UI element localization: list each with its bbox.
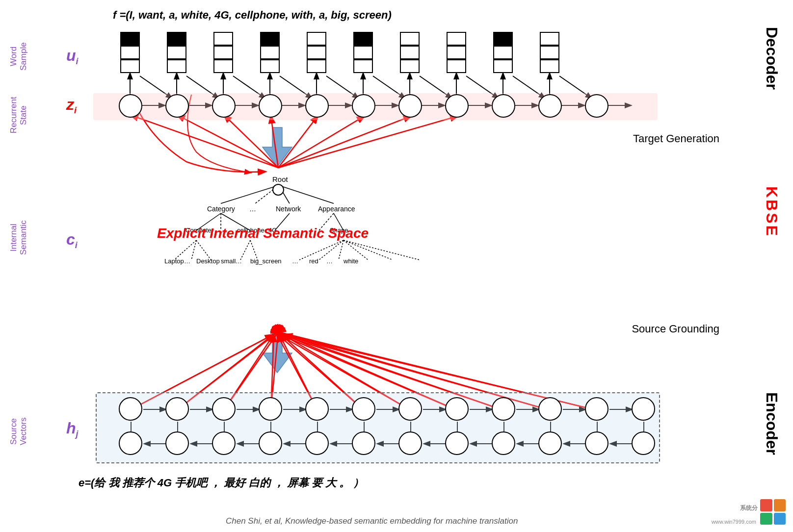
enc-bot-2 bbox=[165, 431, 189, 455]
word-sample-label: Word Sample bbox=[9, 32, 28, 81]
svg-line-37 bbox=[278, 116, 317, 168]
tree-root-circle bbox=[272, 184, 284, 196]
svg-marker-32 bbox=[263, 333, 292, 373]
z-circle-4 bbox=[259, 94, 282, 118]
enc-top-2 bbox=[165, 397, 189, 421]
z-circle-6 bbox=[352, 94, 375, 118]
logo-cell-2 bbox=[774, 499, 786, 511]
enc-bot-8 bbox=[445, 431, 469, 455]
main-container: f =(I, want, a, white, 4G, cellphone, wi… bbox=[0, 0, 793, 532]
enc-top-11 bbox=[585, 397, 608, 421]
z-circle-11 bbox=[585, 94, 608, 118]
logo-cell-4 bbox=[774, 513, 786, 525]
z-circle-10 bbox=[538, 94, 562, 118]
ws-col-2 bbox=[167, 32, 186, 73]
enc-bot-4 bbox=[259, 431, 282, 455]
enc-top-7 bbox=[398, 397, 422, 421]
svg-line-52 bbox=[191, 240, 196, 260]
ws-col-1 bbox=[120, 32, 140, 73]
tree-dots6-label: … bbox=[326, 257, 333, 265]
svg-marker-31 bbox=[263, 127, 292, 167]
tree-white-label: white bbox=[344, 257, 358, 265]
tree-small-label: small bbox=[221, 257, 236, 265]
z-circle-5 bbox=[305, 94, 329, 118]
tree-bigscreen-label: big_screen bbox=[250, 257, 282, 265]
logo-cell-3 bbox=[760, 513, 772, 525]
tree-category-label: Category bbox=[207, 205, 235, 213]
source-grounding-label: Source Grounding bbox=[632, 323, 719, 335]
recurrent-state-label: Recurrent State bbox=[9, 88, 28, 142]
website-label: www.win7999.com bbox=[712, 519, 756, 525]
encoder-label: Encoder bbox=[763, 392, 781, 478]
top-formula: f =(I, want, a, white, 4G, cellphone, wi… bbox=[113, 9, 392, 22]
ws-col-3 bbox=[213, 32, 233, 73]
svg-line-58 bbox=[339, 240, 344, 260]
svg-line-34 bbox=[178, 115, 278, 168]
z-circle-3 bbox=[212, 94, 236, 118]
svg-line-56 bbox=[299, 240, 344, 260]
enc-top-6 bbox=[352, 397, 375, 421]
enc-top-9 bbox=[492, 397, 515, 421]
kbse-label: KBSE bbox=[763, 186, 781, 324]
site-name-label: 系统分 bbox=[740, 504, 758, 512]
svg-line-60 bbox=[344, 240, 393, 260]
enc-top-4 bbox=[259, 397, 282, 421]
svg-line-39 bbox=[278, 116, 411, 168]
svg-line-41 bbox=[221, 185, 279, 203]
citation: Chen Shi, et al, Knowledge-based semanti… bbox=[226, 516, 518, 526]
z-circle-2 bbox=[165, 94, 189, 118]
svg-line-40 bbox=[278, 116, 457, 168]
hj-label: hj bbox=[66, 419, 79, 439]
enc-top-10 bbox=[538, 397, 562, 421]
enc-bot-3 bbox=[212, 431, 236, 455]
svg-line-59 bbox=[344, 240, 368, 260]
ws-col-8 bbox=[447, 32, 466, 73]
ws-col-9 bbox=[493, 32, 513, 73]
svg-line-33 bbox=[131, 115, 278, 168]
z-circle-9 bbox=[492, 94, 515, 118]
tree-dots5-label: … bbox=[292, 257, 298, 265]
svg-line-57 bbox=[319, 240, 344, 260]
zi-label: zi bbox=[66, 96, 77, 116]
bottom-formula: e=(给 我 推荐个 4G 手机吧 ， 最好 白的 ， 屏幕 要 大 。 ） bbox=[79, 476, 364, 490]
svg-line-51 bbox=[174, 240, 196, 260]
svg-line-54 bbox=[240, 240, 250, 260]
ws-col-10 bbox=[540, 32, 559, 73]
svg-line-55 bbox=[250, 240, 258, 260]
enc-bot-1 bbox=[119, 431, 142, 455]
source-vectors-label: Source Vectors bbox=[9, 402, 28, 461]
ui-label: ui bbox=[66, 47, 79, 67]
enc-bot-10 bbox=[538, 431, 562, 455]
z-circle-1 bbox=[119, 94, 142, 118]
z-circle-8 bbox=[445, 94, 469, 118]
svg-line-35 bbox=[224, 115, 278, 168]
logo bbox=[760, 499, 786, 525]
svg-line-38 bbox=[278, 116, 364, 168]
tree-laptop-label: Laptop bbox=[164, 257, 184, 265]
svg-line-53 bbox=[196, 240, 211, 260]
tree-root-label: Root bbox=[272, 175, 288, 183]
tree-appearance-label: Appearance bbox=[318, 205, 355, 213]
eis-label: Explicit Internal Semantic Space bbox=[157, 226, 369, 241]
tree-dots4-label: … bbox=[236, 257, 242, 265]
target-generation-label: Target Generation bbox=[633, 132, 719, 145]
z-circle-7 bbox=[398, 94, 422, 118]
ws-col-6 bbox=[353, 32, 373, 73]
svg-line-44 bbox=[279, 185, 334, 203]
enc-top-8 bbox=[445, 397, 469, 421]
enc-top-3 bbox=[212, 397, 236, 421]
ws-col-7 bbox=[400, 32, 420, 73]
tree-dots3-label: … bbox=[184, 257, 190, 265]
tree-network-label: Network bbox=[276, 205, 301, 213]
ws-col-5 bbox=[307, 32, 326, 73]
enc-bot-11 bbox=[585, 431, 608, 455]
svg-line-61 bbox=[344, 240, 420, 260]
enc-bot-6 bbox=[352, 431, 375, 455]
enc-top-1 bbox=[119, 397, 142, 421]
tree-desktop-label: Desktop bbox=[196, 257, 220, 265]
ws-col-4 bbox=[260, 32, 280, 73]
internal-semantic-label: Internal Semantic bbox=[9, 206, 28, 270]
enc-bot-5 bbox=[305, 431, 329, 455]
enc-bot-9 bbox=[492, 431, 515, 455]
logo-cell-1 bbox=[760, 499, 772, 511]
